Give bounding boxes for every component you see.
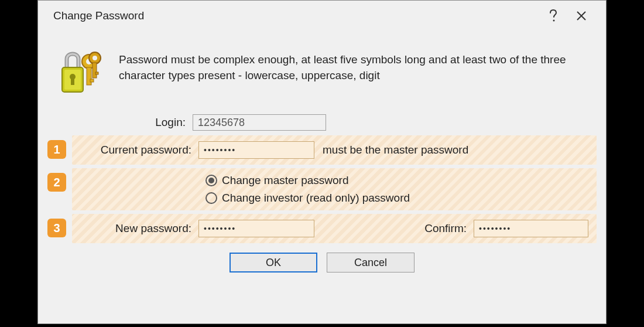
current-password-label: Current password: [80,144,198,156]
new-password-label: New password: [80,222,198,235]
help-button[interactable] [539,2,567,30]
svg-rect-8 [90,79,94,82]
radio-master[interactable]: Change master password [205,174,349,187]
steps: 1 Current password: must be the master p… [47,135,597,243]
step-3-body: New password: Confirm: [72,214,597,243]
radio-investor[interactable]: Change investor (read only) password [205,192,410,205]
radio-icon [205,175,217,186]
lock-keys-icon [56,46,107,97]
login-field [193,114,326,131]
close-button[interactable] [567,2,595,30]
button-row: OK Cancel [38,253,606,272]
close-icon [576,11,587,21]
svg-point-0 [553,20,555,22]
confirm-password-field[interactable] [474,220,588,237]
change-password-dialog: Change Password [37,0,607,324]
svg-rect-4 [71,78,74,85]
login-label: Login: [56,116,193,129]
step-badge-3: 3 [47,219,66,237]
help-icon [549,9,557,22]
step-badge-1: 1 [47,140,66,159]
window-title: Change Password [53,9,539,22]
login-row: Login: [38,114,606,131]
current-password-field[interactable] [198,141,314,159]
step-3: 3 New password: Confirm: [47,214,597,243]
svg-rect-12 [95,72,98,74]
password-requirements-text: Password must be complex enough, at leas… [119,46,588,83]
radio-master-label: Change master password [222,174,349,187]
svg-point-10 [93,56,97,60]
ok-button[interactable]: OK [229,253,317,272]
radio-icon [205,192,217,204]
svg-rect-11 [93,63,97,78]
step-1: 1 Current password: must be the master p… [47,135,597,165]
radio-investor-label: Change investor (read only) password [222,192,410,205]
new-password-field[interactable] [198,220,314,237]
step-badge-2: 2 [47,173,66,192]
cancel-button[interactable]: Cancel [327,253,415,272]
titlebar: Change Password [38,1,606,31]
confirm-password-label: Confirm: [424,222,474,235]
step-2-body: Change master password Change investor (… [72,168,597,210]
step-2: 2 Change master password Change investor… [47,168,597,210]
current-password-hint: must be the master password [323,144,468,156]
step-1-body: Current password: must be the master pas… [72,135,597,165]
header: Password must be complex enough, at leas… [38,31,606,101]
